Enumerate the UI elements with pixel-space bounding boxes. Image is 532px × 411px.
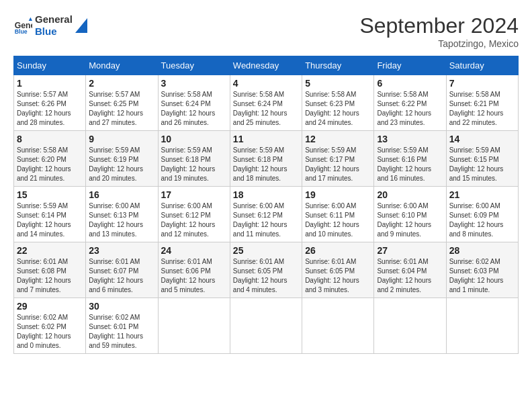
cell-info: Sunrise: 5:58 AMSunset: 6:24 PMDaylight:…: [161, 90, 227, 128]
cell-info: Sunrise: 6:00 AMSunset: 6:09 PMDaylight:…: [449, 201, 515, 239]
cell-info: Sunrise: 5:59 AMSunset: 6:15 PMDaylight:…: [449, 146, 515, 183]
col-header-thursday: Thursday: [302, 56, 374, 75]
calendar-cell: 26Sunrise: 6:01 AMSunset: 6:05 PMDayligh…: [302, 242, 374, 298]
calendar-cell: 11Sunrise: 5:59 AMSunset: 6:18 PMDayligh…: [230, 131, 302, 187]
day-number: 22: [17, 245, 83, 256]
col-header-sunday: Sunday: [14, 56, 86, 75]
day-number: 18: [233, 189, 299, 200]
cell-info: Sunrise: 5:58 AMSunset: 6:24 PMDaylight:…: [233, 90, 299, 128]
cell-info: Sunrise: 5:58 AMSunset: 6:22 PMDaylight:…: [377, 90, 443, 128]
calendar-cell: 5Sunrise: 5:58 AMSunset: 6:23 PMDaylight…: [302, 75, 374, 131]
calendar-cell: 6Sunrise: 5:58 AMSunset: 6:22 PMDaylight…: [374, 75, 446, 131]
calendar-table: Sunday Monday Tuesday Wednesday Thursday…: [13, 56, 519, 354]
cell-info: Sunrise: 6:00 AMSunset: 6:10 PMDaylight:…: [377, 201, 443, 239]
calendar-cell: 9Sunrise: 5:59 AMSunset: 6:19 PMDaylight…: [86, 131, 158, 187]
day-number: 12: [305, 134, 371, 144]
day-number: 2: [89, 78, 154, 89]
day-number: 28: [449, 245, 515, 256]
day-number: 1: [17, 78, 83, 89]
calendar-cell: 1Sunrise: 5:57 AMSunset: 6:26 PMDaylight…: [14, 75, 86, 131]
logo-blue: Blue: [35, 26, 73, 38]
cell-info: Sunrise: 6:01 AMSunset: 6:05 PMDaylight:…: [305, 257, 371, 295]
calendar-cell: 25Sunrise: 6:01 AMSunset: 6:05 PMDayligh…: [230, 242, 302, 298]
calendar-row-1: 1Sunrise: 5:57 AMSunset: 6:26 PMDaylight…: [14, 75, 519, 131]
day-number: 29: [17, 301, 83, 312]
day-number: 14: [449, 134, 515, 144]
day-number: 21: [449, 189, 515, 200]
col-header-saturday: Saturday: [446, 56, 518, 75]
calendar-cell: 21Sunrise: 6:00 AMSunset: 6:09 PMDayligh…: [446, 187, 518, 242]
day-number: 24: [161, 245, 227, 256]
cell-info: Sunrise: 6:01 AMSunset: 6:06 PMDaylight:…: [161, 257, 227, 295]
calendar-cell: [374, 298, 446, 354]
calendar-cell: 12Sunrise: 5:59 AMSunset: 6:17 PMDayligh…: [302, 131, 374, 187]
location-subtitle: Tapotzingo, Mexico: [359, 38, 519, 49]
logo: General Blue General Blue: [13, 13, 87, 38]
cell-info: Sunrise: 5:59 AMSunset: 6:17 PMDaylight:…: [305, 146, 371, 183]
cell-info: Sunrise: 6:01 AMSunset: 6:05 PMDaylight:…: [233, 257, 299, 295]
calendar-cell: 20Sunrise: 6:00 AMSunset: 6:10 PMDayligh…: [374, 187, 446, 242]
calendar-cell: 16Sunrise: 6:00 AMSunset: 6:13 PMDayligh…: [86, 187, 158, 242]
cell-info: Sunrise: 5:59 AMSunset: 6:14 PMDaylight:…: [17, 201, 83, 239]
cell-info: Sunrise: 6:02 AMSunset: 6:02 PMDaylight:…: [17, 313, 83, 351]
day-number: 17: [161, 189, 227, 200]
cell-info: Sunrise: 6:01 AMSunset: 6:04 PMDaylight:…: [377, 257, 443, 295]
col-header-friday: Friday: [374, 56, 446, 75]
calendar-cell: 10Sunrise: 5:59 AMSunset: 6:18 PMDayligh…: [158, 131, 230, 187]
cell-info: Sunrise: 6:01 AMSunset: 6:08 PMDaylight:…: [17, 257, 83, 295]
calendar-cell: 15Sunrise: 5:59 AMSunset: 6:14 PMDayligh…: [14, 187, 86, 242]
day-number: 13: [377, 134, 443, 144]
calendar-cell: 13Sunrise: 5:59 AMSunset: 6:16 PMDayligh…: [374, 131, 446, 187]
calendar-row-4: 22Sunrise: 6:01 AMSunset: 6:08 PMDayligh…: [14, 242, 519, 298]
calendar-cell: 7Sunrise: 5:58 AMSunset: 6:21 PMDaylight…: [446, 75, 518, 131]
cell-info: Sunrise: 6:02 AMSunset: 6:01 PMDaylight:…: [89, 313, 154, 351]
calendar-cell: [158, 298, 230, 354]
cell-info: Sunrise: 5:59 AMSunset: 6:16 PMDaylight:…: [377, 146, 443, 183]
day-number: 30: [89, 301, 154, 312]
cell-info: Sunrise: 6:02 AMSunset: 6:03 PMDaylight:…: [449, 257, 515, 295]
calendar-cell: 14Sunrise: 5:59 AMSunset: 6:15 PMDayligh…: [446, 131, 518, 187]
month-year-title: September 2024: [359, 13, 519, 38]
day-number: 3: [161, 78, 227, 89]
calendar-row-5: 29Sunrise: 6:02 AMSunset: 6:02 PMDayligh…: [14, 298, 519, 354]
page-header: General Blue General Blue September 2024…: [13, 13, 519, 49]
day-number: 27: [377, 245, 443, 256]
day-number: 25: [233, 245, 299, 256]
day-number: 6: [377, 78, 443, 89]
day-number: 8: [17, 134, 83, 144]
svg-marker-3: [75, 18, 87, 33]
col-header-tuesday: Tuesday: [158, 56, 230, 75]
col-header-monday: Monday: [86, 56, 158, 75]
day-number: 9: [89, 134, 154, 144]
cell-info: Sunrise: 5:57 AMSunset: 6:25 PMDaylight:…: [89, 90, 154, 128]
svg-marker-2: [29, 17, 32, 21]
day-number: 16: [89, 189, 154, 200]
cell-info: Sunrise: 6:00 AMSunset: 6:12 PMDaylight:…: [233, 201, 299, 239]
calendar-cell: 8Sunrise: 5:58 AMSunset: 6:20 PMDaylight…: [14, 131, 86, 187]
calendar-cell: 17Sunrise: 6:00 AMSunset: 6:12 PMDayligh…: [158, 187, 230, 242]
cell-info: Sunrise: 6:01 AMSunset: 6:07 PMDaylight:…: [89, 257, 154, 295]
calendar-cell: [230, 298, 302, 354]
calendar-cell: 18Sunrise: 6:00 AMSunset: 6:12 PMDayligh…: [230, 187, 302, 242]
header-row: Sunday Monday Tuesday Wednesday Thursday…: [14, 56, 519, 75]
calendar-cell: [446, 298, 518, 354]
calendar-cell: 27Sunrise: 6:01 AMSunset: 6:04 PMDayligh…: [374, 242, 446, 298]
calendar-body: 1Sunrise: 5:57 AMSunset: 6:26 PMDaylight…: [14, 75, 519, 354]
day-number: 23: [89, 245, 154, 256]
cell-info: Sunrise: 6:00 AMSunset: 6:13 PMDaylight:…: [89, 201, 154, 239]
calendar-cell: 23Sunrise: 6:01 AMSunset: 6:07 PMDayligh…: [86, 242, 158, 298]
day-number: 19: [305, 189, 371, 200]
day-number: 7: [449, 78, 515, 89]
cell-info: Sunrise: 5:58 AMSunset: 6:20 PMDaylight:…: [17, 146, 83, 183]
cell-info: Sunrise: 5:59 AMSunset: 6:19 PMDaylight:…: [89, 146, 154, 183]
cell-info: Sunrise: 5:59 AMSunset: 6:18 PMDaylight:…: [161, 146, 227, 183]
calendar-cell: [302, 298, 374, 354]
logo-triangle-icon: [75, 18, 87, 33]
calendar-cell: 30Sunrise: 6:02 AMSunset: 6:01 PMDayligh…: [86, 298, 158, 354]
svg-text:Blue: Blue: [15, 28, 28, 35]
col-header-wednesday: Wednesday: [230, 56, 302, 75]
day-number: 10: [161, 134, 227, 144]
calendar-cell: 3Sunrise: 5:58 AMSunset: 6:24 PMDaylight…: [158, 75, 230, 131]
day-number: 4: [233, 78, 299, 89]
title-block: September 2024 Tapotzingo, Mexico: [359, 13, 519, 49]
